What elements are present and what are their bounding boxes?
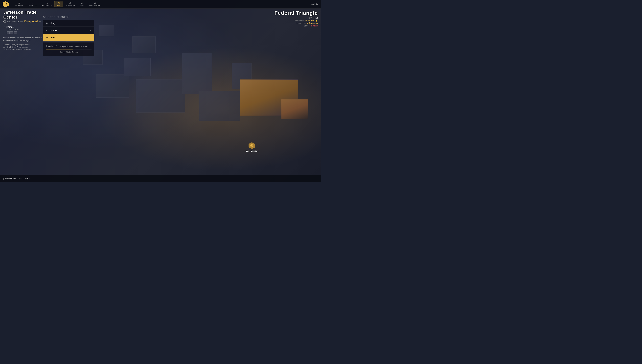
current-mode-label: Current Mode : Replay <box>46 51 92 54</box>
normal-diff-icon: ≈ <box>46 29 49 32</box>
faction-drops: Drops materials <box>6 28 46 30</box>
nav-item-legend[interactable]: ≡ Legend <box>13 1 25 7</box>
region-status-row: Status: Hostile <box>271 25 318 27</box>
shd-nav-icon: ⊕ <box>81 2 83 4</box>
select-difficulty-label: Select Difficulty <box>43 16 94 18</box>
liberation-label: Liberation: <box>296 22 306 24</box>
status-label: Status: <box>304 25 310 27</box>
shd-icon <box>3 20 6 23</box>
bottom-bar: | Set Difficulty ESC | Back <box>0 175 321 182</box>
nav-label-legend: Legend <box>16 5 23 6</box>
modifier-text-1: = Small Enemy Damage Increase <box>5 44 30 46</box>
difficulty-option-normal[interactable]: ≈ Normal ✓ <box>43 27 94 34</box>
level-display: Level 14 <box>310 3 318 6</box>
bracket-open: | <box>3 177 4 180</box>
safehouse-label: Safehouse: <box>294 19 304 22</box>
region-details: Level: 12 Safehouse: Unlocked 🔒 Liberati… <box>271 17 318 27</box>
region-safehouse-row: Safehouse: Unlocked 🔒 <box>271 19 318 22</box>
difficulty-description-text: A harder difficulty against more veteran… <box>46 45 92 48</box>
normal-check-icon: ✓ <box>90 29 92 32</box>
modal-progress-fill <box>46 49 73 50</box>
nav-item-all[interactable]: ⊞ All <box>54 1 63 7</box>
level-label: Level <box>310 3 315 6</box>
safehouse-lock-icon: 🔒 <box>315 20 318 22</box>
modifier-icon-1: ▴ <box>3 44 4 46</box>
nav-divider <box>11 2 12 7</box>
story-label: Story <box>50 22 56 24</box>
set-difficulty-action[interactable]: | Set Difficulty <box>3 177 16 180</box>
nav-item-bounties[interactable]: ◎ Bounties <box>63 1 78 7</box>
modifier-text-2: = Small Enemy Armor Increase <box>6 46 28 48</box>
normal-label: Normal <box>50 29 58 32</box>
nav-label-all: All <box>57 5 60 6</box>
faction-icon-1: ▪ <box>6 32 10 34</box>
modifier-3: ▲ = Small Enemy Veterancy Increase <box>3 48 46 50</box>
nav-item-conflict[interactable]: ⚔ Conflict <box>25 1 40 7</box>
mission-separator: — <box>20 20 23 23</box>
modal-description: A harder difficulty against more veteran… <box>43 42 94 56</box>
difficulty-option-hard[interactable]: ≋ Hard <box>43 34 94 41</box>
all-icon: ⊞ <box>58 2 60 4</box>
mission-title: Jefferson Trade Center <box>3 10 46 19</box>
nav-item-projects[interactable]: ◇ Projects <box>40 1 54 7</box>
faction-icon-3: ▴ <box>14 32 17 34</box>
nav-label-projects: Projects <box>42 5 52 6</box>
safehouse-value: Unlocked <box>306 19 314 22</box>
nav-label-shd: SHD <box>80 5 84 6</box>
faction-label: Hyenas <box>6 26 14 28</box>
legend-icon: ≡ <box>18 2 20 4</box>
faction-section: ✦ Hyenas Drops materials ▪ ◆ ▴ <box>3 26 46 34</box>
nav-label-matchmake: Matchmake <box>89 5 100 6</box>
hard-diff-icon: ≋ <box>46 36 49 39</box>
action-separator: | <box>24 177 24 180</box>
modifier-2: ◎ = Small Enemy Armor Increase <box>3 46 46 48</box>
mission-description: Reactivate the ISAC node beneath the cen… <box>3 36 46 42</box>
right-panel: Federal Triangle Level: 12 Safehouse: Un… <box>271 10 318 27</box>
marker-hex-icon <box>248 142 255 149</box>
nav-item-shd[interactable]: ⊕ SHD <box>78 1 87 7</box>
mission-subtitle: SHD Mission — Completed 0.4 km <box>3 20 46 23</box>
nav-item-matchmake[interactable]: ⋈ Matchmake <box>87 1 103 7</box>
status-value: Hostile <box>311 25 318 27</box>
modal-progress-bar <box>46 49 92 50</box>
level-detail-label: Level: <box>309 17 314 19</box>
set-difficulty-label: Set Difficulty <box>5 177 16 180</box>
level-value: 14 <box>316 3 318 6</box>
story-diff-icon: ≋ <box>46 22 49 24</box>
svg-marker-0 <box>4 21 6 22</box>
faction-icon-2: ◆ <box>10 32 13 34</box>
region-level-row: Level: 12 <box>271 17 318 19</box>
modifier-text-3: = Small Enemy Veterancy Increase <box>6 48 32 50</box>
modal-separator <box>43 42 94 42</box>
marker-label: Main Mission <box>246 150 258 152</box>
faction-icon: ✦ <box>3 26 5 28</box>
modifier-icon-2: ◎ <box>3 46 5 48</box>
projects-icon: ◇ <box>46 2 48 4</box>
main-mission-marker[interactable]: Main Mission <box>246 142 258 152</box>
faction-icons: ▪ ◆ ▴ <box>6 32 46 34</box>
back-label: Back <box>25 177 30 180</box>
svg-point-2 <box>251 145 252 146</box>
matchmake-icon: ⋈ <box>94 2 96 4</box>
top-nav: Ω ≡ Legend ⚔ Conflict ◇ Projects ⊞ All ◎… <box>0 0 321 8</box>
nav-label-bounties: Bounties <box>66 5 75 6</box>
back-action[interactable]: ESC | Back <box>19 177 30 180</box>
modifier-list: ▴ = Small Enemy Damage Increase ◎ = Smal… <box>3 44 46 50</box>
mission-status: Completed <box>24 20 38 23</box>
region-name: Federal Triangle <box>271 10 318 16</box>
region-liberation-row: Liberation: In Progress <box>271 22 318 24</box>
faction-name: ✦ Hyenas <box>3 26 46 28</box>
liberation-value: In Progress <box>307 22 318 24</box>
nav-label-conflict: Conflict <box>28 5 37 6</box>
modifier-1: ▴ = Small Enemy Damage Increase <box>3 44 46 46</box>
modifier-icon-3: ▲ <box>3 48 5 50</box>
nav-logo: Ω <box>3 1 8 7</box>
bounties-icon: ◎ <box>69 2 71 4</box>
difficulty-option-story[interactable]: ≋ Story <box>43 20 94 27</box>
esc-key-label: ESC <box>19 178 23 180</box>
left-panel: Jefferson Trade Center SHD Mission — Com… <box>3 10 46 51</box>
mission-type-label: SHD Mission <box>7 20 19 23</box>
hard-label: Hard <box>50 36 56 39</box>
conflict-icon: ⚔ <box>32 2 34 4</box>
level-detail-value: 12 <box>316 17 318 19</box>
